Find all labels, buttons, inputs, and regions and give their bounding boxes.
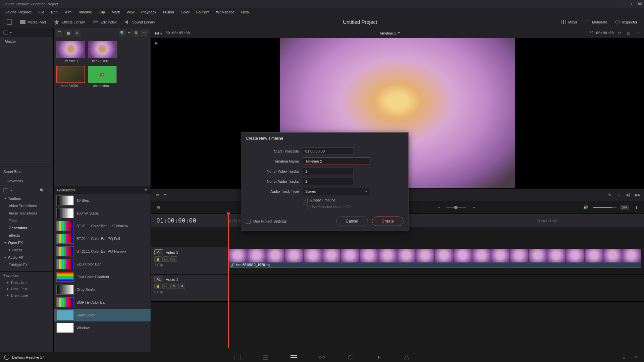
viewer-fit-dropdown[interactable]: Fit	[155, 31, 163, 35]
favorite-item[interactable]: ★ Dark...hird	[0, 280, 53, 286]
audio-track-header[interactable]: A1 Audio 1 2.0 🔒 ▭ S M 0 Clip	[151, 275, 228, 301]
fairlightfx-item[interactable]: Fairlight FX	[0, 261, 53, 268]
options-icon[interactable]: ⋯	[46, 188, 50, 193]
video-track-header[interactable]: V1 Video 1 🔒 ▭ ▭ 1 Clip	[151, 247, 228, 274]
search-icon[interactable]: 🔍	[119, 30, 126, 37]
disable-icon[interactable]: ▭	[170, 256, 177, 262]
menu-edit[interactable]: Edit	[48, 9, 61, 15]
menu-help[interactable]: Help	[238, 9, 252, 15]
menu-davinci[interactable]: DaVinci Resolve	[1, 9, 35, 15]
timeline-view-icon[interactable]: ▤	[154, 203, 162, 212]
generator-item[interactable]: Four Color Gradient	[54, 270, 151, 283]
media-thumb[interactable]: bear-34006...	[56, 66, 85, 88]
zoom-in-icon[interactable]: +	[470, 203, 478, 212]
list-view-icon[interactable]: ☰	[56, 30, 63, 37]
lock-icon[interactable]: 🔒	[154, 284, 161, 289]
mute-icon[interactable]: 🔊	[582, 203, 590, 212]
strip-view-icon[interactable]: ≡	[74, 30, 80, 37]
menu-workspace[interactable]: Workspace	[213, 9, 238, 15]
audiofx-tree-item[interactable]: Audio FX	[0, 254, 53, 261]
maximize-icon[interactable]: ☐	[628, 2, 633, 6]
effects-item[interactable]: Effects	[0, 232, 53, 239]
dual-view-icon[interactable]: ▥	[625, 30, 631, 36]
menu-color[interactable]: Color	[177, 9, 193, 15]
sound-library-button[interactable]: Sound Library	[122, 18, 158, 26]
filters-item[interactable]: Filters	[0, 246, 53, 254]
metadata-button[interactable]: Metadata	[582, 19, 610, 25]
fullscreen-icon[interactable]	[4, 18, 15, 26]
master-bin[interactable]: Master	[0, 37, 53, 46]
timeline-name-input[interactable]	[303, 158, 370, 165]
openfx-tree-item[interactable]: Open FX	[0, 239, 53, 246]
cut-page-icon[interactable]	[262, 353, 270, 361]
empty-timeline-checkbox[interactable]: ✓	[303, 198, 308, 202]
audio-track-content[interactable]	[228, 275, 644, 301]
chevron-down-icon[interactable]	[164, 194, 166, 196]
generators-section-header[interactable]: Generators	[54, 186, 151, 194]
audio-tracks-input[interactable]	[303, 178, 354, 185]
fusion-page-icon[interactable]	[318, 353, 326, 361]
menu-clip[interactable]: Clip	[95, 9, 108, 15]
auto-select-icon[interactable]: ▭	[162, 284, 169, 289]
media-thumb[interactable]: bee-561801...	[88, 41, 117, 63]
minimize-icon[interactable]: ─	[619, 2, 624, 6]
prev-clip-icon[interactable]: ▶|	[155, 41, 162, 48]
menu-fairlight[interactable]: Fairlight	[193, 9, 213, 15]
bypass-icon[interactable]: ⟳	[616, 30, 623, 36]
match-frame-icon[interactable]: ⊙	[616, 192, 622, 198]
meter-icon[interactable]: ▮	[633, 203, 641, 212]
inspector-button[interactable]: Inspector	[612, 18, 640, 26]
chevron-down-icon[interactable]	[397, 32, 400, 34]
generator-item[interactable]: 10 Step	[54, 194, 151, 207]
fairlight-page-icon[interactable]	[374, 353, 382, 361]
generators-item[interactable]: Generators	[0, 224, 53, 232]
options-icon[interactable]: ⋯	[634, 30, 640, 36]
media-pool-button[interactable]: Media Pool	[17, 19, 49, 25]
menu-view[interactable]: View	[123, 9, 138, 15]
favorite-item[interactable]: ★ Draw...Line	[0, 292, 53, 299]
effects-library-button[interactable]: Effects Library	[51, 18, 88, 26]
audio-track-badge[interactable]: A1	[154, 277, 163, 282]
generator-item[interactable]: Grey Scale	[54, 283, 151, 296]
loop-icon[interactable]: ↻	[606, 192, 612, 198]
playhead[interactable]	[228, 214, 229, 348]
cancel-button[interactable]: Cancel	[336, 217, 368, 226]
bin-dropdown[interactable]	[0, 28, 53, 37]
generator-item[interactable]: BT.2111 Color Bar PQ Narrow	[54, 245, 151, 258]
effects-panel-header[interactable]: 🔍 ⋯	[0, 186, 53, 195]
generator-item[interactable]: EBU Color Bar	[54, 258, 151, 270]
thumb-view-icon[interactable]: ▦	[65, 30, 72, 37]
titles-item[interactable]: Titles	[0, 217, 53, 224]
mute-button[interactable]: M	[178, 284, 185, 289]
media-thumb[interactable]: Timeline 1	[56, 41, 85, 63]
crop-icon[interactable]: ▭	[154, 192, 160, 198]
mixer-button[interactable]: Mixer	[558, 18, 580, 26]
deliver-page-icon[interactable]	[402, 353, 411, 361]
media-thumb[interactable]: ●abo button...	[88, 66, 117, 88]
last-frame-icon[interactable]: ▶▶	[635, 192, 641, 198]
video-track-content[interactable]: 🔗bee-5618012_1920.jpg	[228, 247, 644, 274]
lock-icon[interactable]: 🔒	[154, 256, 161, 262]
favorite-item[interactable]: ★ Dark...Text	[0, 286, 53, 292]
edit-index-button[interactable]: Edit Index	[90, 19, 119, 25]
use-project-settings-checkbox[interactable]: ✓	[246, 219, 251, 224]
dim-indicator[interactable]: DIM	[620, 205, 630, 210]
zoom-out-icon[interactable]: −	[435, 203, 443, 212]
generator-item[interactable]: BT.2111 Color Bar HLG Narrow	[54, 220, 151, 232]
solo-button[interactable]: S	[170, 284, 177, 289]
menu-fusion[interactable]: Fusion	[160, 9, 177, 15]
keywords-bin[interactable]: Keywords	[0, 176, 53, 186]
home-icon[interactable]: ⌂	[620, 353, 628, 361]
audio-transitions-item[interactable]: Audio Transitions	[0, 209, 53, 217]
generator-item[interactable]: BT.2111 Color Bar PQ Full	[54, 232, 151, 245]
toolbox-tree-item[interactable]: Toolbox	[0, 195, 53, 202]
generator-item[interactable]: Solid Color	[54, 309, 151, 321]
generator-item[interactable]: SMPTE Color Bar	[54, 296, 151, 309]
create-button[interactable]: Create	[372, 217, 404, 226]
menu-mark[interactable]: Mark	[108, 9, 123, 15]
start-timecode-input[interactable]	[303, 147, 354, 155]
menu-trim[interactable]: Trim	[61, 9, 75, 15]
edit-page-icon[interactable]	[290, 353, 298, 361]
video-transitions-item[interactable]: Video Transitions	[0, 202, 53, 209]
search-icon[interactable]: 🔍	[40, 188, 44, 193]
